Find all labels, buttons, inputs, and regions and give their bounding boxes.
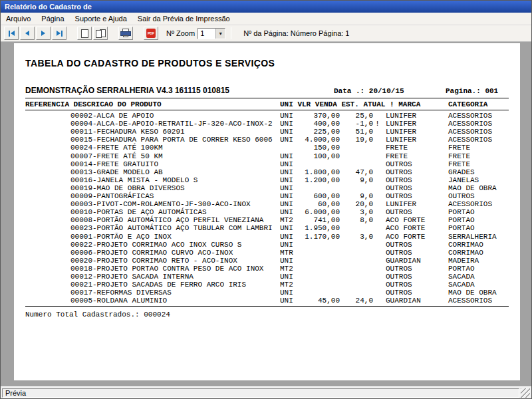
cell-marca: LUNIFER [382,112,448,120]
cell-flag [373,265,382,273]
cell-marca: OUTROS [382,249,448,257]
cell-vlr [299,160,340,168]
cell-cat: SACADA [448,273,509,281]
cell-flag [373,281,382,289]
cell-desc: 00023-PORTÃO AUTOMÁTICO AÇO TUBULAR COM … [25,224,280,232]
cell-desc: 00002-ALCA DE APOIO [25,112,280,120]
cell-uni: UNI [280,176,299,184]
cell-uni: UNI [280,224,299,232]
cell-vlr: 1.950,00 [299,224,340,232]
cell-marca: GUARDIAN [382,297,448,305]
cell-vlr [299,289,340,297]
cell-flag [373,257,382,265]
zoom-select[interactable]: 1 ▼ [198,28,225,39]
report-page: TABELA DO CADASTRO DE PRODUTOS E SERVIÇO… [14,43,520,380]
cell-marca: OUTROS [382,273,448,281]
cell-uni: UNI [280,152,299,160]
cell-vlr: 6.000,00 [299,208,340,216]
cell-cat: ACESSORIOS [448,297,509,305]
menu-suporte-e-ajuda[interactable]: Suporte e Ajuda [70,13,132,24]
first-page-icon [9,31,10,37]
cell-uni: MT2 [280,281,299,289]
cell-est [340,144,373,152]
cell-marca: OUTROS [382,208,448,216]
menu-arquivo[interactable]: Arquivo [1,13,36,24]
cell-flag [373,224,382,232]
cell-uni: UNI [280,233,299,241]
cell-cat: ACESSORIOS [448,128,509,136]
cell-cat: FRETE [448,144,509,152]
app-window: Relatório do Cadastro de Arquivo Página … [0,0,532,399]
cell-flag [373,273,382,281]
cell-desc: 00015-FECHADURA PARA PORTA DE CORRER KES… [25,136,280,144]
company-line: DEMONSTRAÇÃO SERRALHERIA V4.3 161115 010… [25,86,334,95]
cell-cat: CORRIMAO [448,241,509,249]
status-panel: Prévia [2,388,519,398]
last-page-button[interactable] [52,27,66,40]
menu-sair-da-previa[interactable]: Sair da Prévia de Impressão [132,13,235,24]
cell-cat: ACESSORIOS [448,120,509,128]
cell-marca: ACO FORTE [382,216,448,224]
cell-marca: FRETE [382,152,448,160]
two-page-view-button[interactable] [93,27,108,40]
cell-vlr [299,281,340,289]
cell-est: 47,0 [340,168,373,176]
table-row: 00005-ROLDANA ALUMINIOUNI45,0024,0GUARDI… [25,297,509,305]
table-row: 00017-REFORMAS DIVERSASUNIOUTROSMAO DE O… [25,289,509,297]
next-page-button[interactable] [36,27,51,40]
cell-marca: LUNIFER [382,200,448,208]
cell-est: 8,0 [340,216,373,224]
prev-page-button[interactable] [20,27,35,40]
resize-grip-icon[interactable] [521,388,530,398]
table-row: 00024-FRETE ATÉ 100KM150,00FRETEFRETE [25,144,509,152]
cell-desc: 00016-JANELA MISTA - MODELO S [25,176,280,184]
single-page-view-button[interactable] [77,27,92,40]
zoom-label: Nº Zoom [166,29,195,37]
cell-flag [373,192,382,200]
cell-uni: UNI [280,168,299,176]
cell-desc: 00003-PIVOT-COM-ROLAMENTO-JF-300-ACO-INO… [25,200,280,208]
cell-flag [373,184,382,192]
cell-uni: UNI [280,112,299,120]
cell-est [340,152,373,160]
cell-cat: PORTAO [448,224,509,232]
menu-pagina[interactable]: Página [36,13,69,24]
cell-vlr: 600,00 [299,192,340,200]
first-page-button[interactable] [4,27,19,40]
cell-uni: UNI [280,192,299,200]
prev-page-icon [25,31,29,36]
header-categoria: CATEGORIA [448,100,509,108]
cell-desc: 00021-PROJETO SACADAS DE FERRO ARCO IRIS [25,281,280,289]
cell-vlr [299,241,340,249]
cell-flag [373,136,382,144]
window-title: Relatório do Cadastro de [5,3,92,11]
report-title: TABELA DO CADASTRO DE PRODUTOS E SERVIÇO… [25,58,509,68]
cell-est [340,281,373,289]
cell-marca: LUNIFER [382,120,448,128]
cell-est [340,265,373,273]
table-row: 00009-PANTOGRÁFICASUNI600,009,0OUTROSOUT… [25,192,509,200]
table-header-row: REFERENCIA DESCRICAO DO PRODUTO UNI VLR … [25,100,509,108]
cell-uni: UNI [280,136,299,144]
table-row: 00012-PROJETO SACADA INTERNAUNIOUTROSSAC… [25,273,509,281]
cell-vlr [299,249,340,257]
cell-marca: GUARDIAN [382,257,448,265]
cell-est [340,289,373,297]
cell-uni: UNI [280,128,299,136]
header-uni-vlr-est-marca: UNI VLR VENDA EST. ATUAL ! MARCA [280,100,448,108]
cell-desc: 00024-FRETE ATÉ 100KM [25,144,280,152]
table-row: 00015-FECHADURA PARA PORTA DE CORRER KES… [25,136,509,144]
chevron-down-icon[interactable]: ▼ [215,29,225,39]
print-button[interactable] [118,27,133,40]
cell-cat: MAO DE OBRA [448,184,509,192]
cell-vlr: 370,00 [299,112,340,120]
cell-marca: OUTROS [382,192,448,200]
cell-cat: PORTAO [448,208,509,216]
table-row: 00010-PORTAS DE AÇO AUTOMÁTICASUNI6.000,… [25,208,509,216]
rule-under-header [25,110,509,110]
cell-uni: UNI [280,208,299,216]
cell-desc: 00013-GRADE MODELO AB [25,168,280,176]
rule-top [25,98,509,98]
export-pdf-button[interactable]: PDF [144,27,158,40]
cell-flag [373,208,382,216]
